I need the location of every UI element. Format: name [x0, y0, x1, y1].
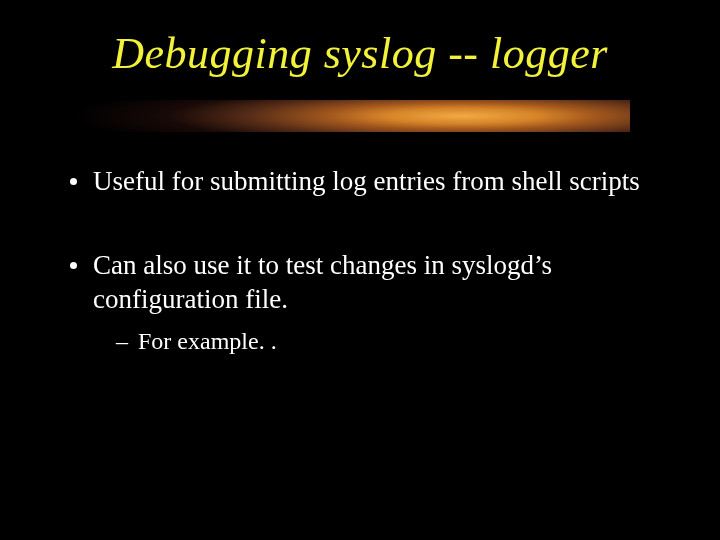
- slide-title: Debugging syslog -- logger: [0, 28, 720, 79]
- bullet-item: Useful for submitting log entries from s…: [70, 165, 660, 199]
- bullet-text: Useful for submitting log entries from s…: [93, 165, 660, 199]
- slide-body: Useful for submitting log entries from s…: [70, 165, 660, 356]
- title-underline-gradient: [30, 100, 630, 132]
- sub-bullet-item: – For example. .: [116, 326, 660, 356]
- sub-bullet-text: For example. .: [138, 326, 660, 356]
- bullet-dot-icon: [70, 262, 77, 269]
- bullet-text: Can also use it to test changes in syslo…: [93, 249, 660, 317]
- bullet-item: Can also use it to test changes in syslo…: [70, 249, 660, 317]
- bullet-dot-icon: [70, 178, 77, 185]
- bullet-dash-icon: –: [116, 326, 128, 356]
- slide: Debugging syslog -- logger Useful for su…: [0, 0, 720, 540]
